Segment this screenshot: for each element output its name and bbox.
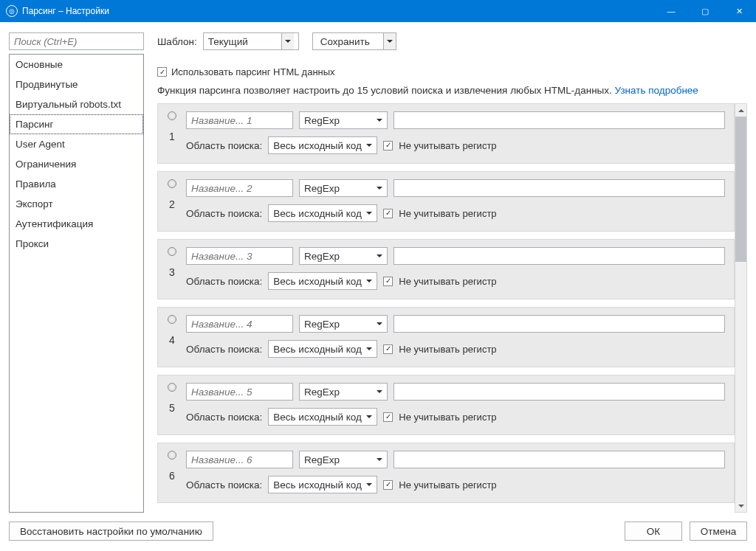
rules-scroll: 1 RegExp Область поиска: Весь исходный к… — [157, 103, 747, 513]
save-label: Сохранить — [313, 36, 377, 47]
scrollbar[interactable] — [735, 103, 747, 513]
rule-case-label: Не учитывать регистр — [399, 276, 496, 287]
rule-scope-dropdown[interactable]: Весь исходный код — [268, 136, 377, 154]
rule-method-dropdown[interactable]: RegExp — [299, 111, 388, 129]
sidebar-nav: ОсновныеПродвинутыеВиртуальный robots.tx… — [9, 54, 144, 513]
rule-method-dropdown[interactable]: RegExp — [299, 315, 388, 333]
rule-case-checkbox[interactable] — [383, 344, 393, 354]
chevron-down-icon[interactable] — [383, 33, 396, 49]
rule-scope-dropdown[interactable]: Весь исходный код — [268, 204, 377, 222]
rule-number: 2 — [169, 198, 175, 210]
rule-pattern-input[interactable] — [394, 383, 725, 401]
app-icon: ◎ — [6, 5, 18, 17]
minimize-button[interactable]: — — [654, 0, 688, 22]
rule-name-input[interactable] — [186, 315, 293, 333]
search-input[interactable] — [9, 32, 144, 50]
rule-block: 5 RegExp Область поиска: Весь исходный к… — [157, 375, 735, 435]
rule-name-input[interactable] — [186, 451, 293, 468]
template-label: Шаблон: — [157, 36, 197, 47]
sidebar-item[interactable]: Прокси — [10, 234, 143, 254]
maximize-button[interactable]: ▢ — [688, 0, 722, 22]
sidebar-item[interactable]: Правила — [10, 174, 143, 194]
rule-method-dropdown[interactable]: RegExp — [299, 247, 388, 265]
description-text: Функция парсинга позволяет настроить до … — [157, 85, 612, 96]
window-title: Парсинг – Настройки — [22, 6, 109, 16]
rule-scope-dropdown[interactable]: Весь исходный код — [268, 476, 377, 493]
rule-pattern-input[interactable] — [394, 315, 725, 333]
rule-name-input[interactable] — [186, 247, 293, 265]
rule-scope-value: Весь исходный код — [273, 140, 366, 151]
rule-pattern-input[interactable] — [394, 247, 725, 265]
rule-radio[interactable] — [168, 451, 176, 460]
rule-pattern-input[interactable] — [394, 451, 725, 468]
chevron-down-icon — [377, 119, 382, 122]
rule-method-dropdown[interactable]: RegExp — [299, 451, 388, 468]
scroll-up-button[interactable] — [735, 104, 746, 117]
rule-case-checkbox[interactable] — [383, 480, 393, 490]
sidebar-item[interactable]: Аутентификация — [10, 214, 143, 234]
rule-case-checkbox[interactable] — [383, 141, 393, 150]
sidebar-item[interactable]: User Agent — [10, 134, 143, 154]
ok-button[interactable]: ОК — [625, 521, 682, 541]
rule-name-input[interactable] — [186, 179, 293, 197]
minimize-icon: — — [667, 7, 676, 15]
rule-radio[interactable] — [168, 179, 176, 188]
chevron-down-icon — [377, 187, 382, 190]
rule-case-checkbox[interactable] — [383, 277, 393, 286]
rule-case-label: Не учитывать регистр — [399, 412, 496, 423]
sidebar-item[interactable]: Парсинг — [10, 114, 143, 134]
close-button[interactable]: ✕ — [722, 0, 756, 22]
rule-scope-dropdown[interactable]: Весь исходный код — [268, 272, 377, 290]
rule-case-checkbox[interactable] — [383, 209, 393, 218]
rule-method-value: RegExp — [304, 319, 377, 330]
rule-method-value: RegExp — [304, 454, 377, 465]
enable-parsing-checkbox[interactable] — [157, 67, 167, 77]
scroll-down-button[interactable] — [735, 499, 746, 512]
sidebar-item[interactable]: Ограничения — [10, 154, 143, 174]
rule-radio[interactable] — [168, 383, 176, 392]
rule-case-label: Не учитывать регистр — [399, 208, 496, 219]
rule-scope-dropdown[interactable]: Весь исходный код — [268, 408, 377, 426]
main-panel: Шаблон: Текущий Сохранить Использовать п… — [157, 32, 747, 513]
save-button[interactable]: Сохранить — [312, 32, 396, 50]
cancel-button[interactable]: Отмена — [690, 521, 747, 541]
rule-radio[interactable] — [168, 315, 176, 324]
maximize-icon: ▢ — [701, 7, 709, 16]
rule-number-col: 3 — [165, 247, 179, 290]
titlebar: ◎ Парсинг – Настройки — ▢ ✕ — [0, 0, 756, 22]
rule-method-dropdown[interactable]: RegExp — [299, 383, 388, 401]
chevron-down-icon — [366, 347, 372, 350]
rule-method-value: RegExp — [304, 115, 377, 126]
rule-case-checkbox[interactable] — [383, 412, 393, 422]
reset-defaults-button[interactable]: Восстановить настройки по умолчанию — [9, 521, 213, 541]
rule-scope-label: Область поиска: — [186, 412, 262, 423]
rule-radio[interactable] — [168, 111, 176, 120]
sidebar-item[interactable]: Основные — [10, 55, 143, 74]
sidebar-item[interactable]: Экспорт — [10, 194, 143, 214]
scroll-track[interactable] — [735, 117, 746, 499]
rule-name-input[interactable] — [186, 111, 293, 129]
template-dropdown[interactable]: Текущий — [203, 32, 299, 50]
sidebar-item[interactable]: Виртуальный robots.txt — [10, 94, 143, 114]
rule-scope-label: Область поиска: — [186, 479, 262, 491]
sidebar: ОсновныеПродвинутыеВиртуальный robots.tx… — [9, 32, 144, 513]
rule-scope-value: Весь исходный код — [273, 479, 366, 491]
sidebar-item[interactable]: Продвинутые — [10, 74, 143, 94]
close-icon: ✕ — [736, 7, 743, 16]
chevron-down-icon — [366, 280, 372, 283]
learn-more-link[interactable]: Узнать подробнее — [615, 85, 698, 96]
rule-number: 6 — [169, 470, 175, 482]
scroll-thumb[interactable] — [735, 117, 746, 262]
rule-scope-dropdown[interactable]: Весь исходный код — [268, 340, 377, 358]
rule-method-dropdown[interactable]: RegExp — [299, 179, 388, 197]
rule-radio[interactable] — [168, 247, 176, 256]
rules-list: 1 RegExp Область поиска: Весь исходный к… — [157, 103, 735, 513]
rule-pattern-input[interactable] — [394, 179, 725, 197]
enable-parsing-label: Использовать парсинг HTML данных — [171, 66, 335, 77]
chevron-down-icon — [366, 212, 372, 215]
rule-pattern-input[interactable] — [394, 111, 725, 129]
rule-case-label: Не учитывать регистр — [399, 344, 496, 355]
enable-parsing-row: Использовать парсинг HTML данных — [157, 66, 747, 77]
rule-name-input[interactable] — [186, 383, 293, 401]
rule-number-col: 6 — [165, 451, 179, 493]
